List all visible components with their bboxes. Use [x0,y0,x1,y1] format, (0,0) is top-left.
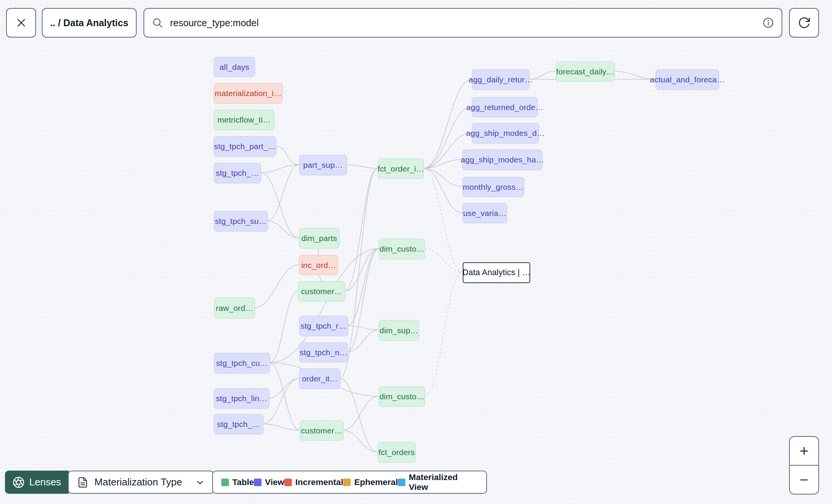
search-icon [152,17,163,28]
graph-edge-dim_custo2-data_analytics [424,272,463,397]
search-bar[interactable] [143,8,782,38]
graph-edge-fct_order_i-data_analytics [423,169,463,272]
refresh-button[interactable] [789,8,819,38]
graph-node-part_sup[interactable]: part_sup… [299,155,347,175]
graph-node-order_it[interactable]: order_it… [299,369,340,389]
legend-label: View [265,477,284,487]
graph-edge-customer2-fct_orders [343,430,378,452]
lenses-button[interactable]: Lenses [5,471,69,494]
graph-edge-forecast-actual [614,71,656,80]
legend-swatch [221,479,229,486]
graph-edge-inc_ord-customer1 [318,274,321,281]
legend-item-view: View [254,477,284,487]
graph-node-dim_parts[interactable]: dim_parts [299,228,339,249]
graph-node-stg_5[interactable]: stg_tpch_… [214,163,261,183]
lineage-canvas[interactable]: all_daysmaterialization_i…metricflow_ti…… [0,0,832,504]
zoom-control: + − [789,436,819,495]
legend-swatch [284,479,292,486]
info-icon[interactable] [763,17,774,28]
document-icon [77,477,88,488]
breadcrumb-label: .. / Data Analytics [50,17,128,28]
graph-node-forecast[interactable]: forecast_daily… [556,61,615,82]
legend-label: Materialized View [409,472,478,492]
graph-edge-fct_order_i-monthly_gross [423,169,462,187]
lens-selector-label: Materialization Type [95,476,182,488]
materialization-legend: TableViewIncrementalEphemeralMaterialize… [212,471,487,494]
legend-label: Incremental [295,477,343,487]
chevron-down-icon [195,477,205,487]
graph-node-use_varia[interactable]: use_varia… [462,203,507,223]
graph-edge-agg_daily-forecast [529,71,556,80]
aperture-icon [13,476,25,488]
graph-node-stg_2[interactable]: stg_tpch_… [214,414,263,435]
graph-edge-stg_r-dim_sup [347,326,379,330]
graph-edge-raw_ord-inc_ord [254,265,299,308]
graph-edge-stg_cu-customer2 [269,363,300,430]
close-icon [15,17,27,29]
graph-edge-customer2-dim_custo2 [343,396,379,430]
legend-item-materialized-view: Materialized View [398,472,478,492]
graph-edge-fct_order_i-use_varia [423,169,462,213]
graph-node-stg_lin[interactable]: stg_tpch_lin… [214,388,269,409]
graph-edge-customer1-fct_order_i [345,169,378,291]
breadcrumb[interactable]: .. / Data Analytics [42,8,137,38]
lens-controls: Lenses Materialization Type [5,471,214,494]
graph-node-stg_n[interactable]: stg_tpch_n… [299,342,348,362]
graph-node-agg_ship_d[interactable]: agg_ship_modes_d… [472,123,539,143]
graph-node-stg_cu[interactable]: stg_tpch_cu… [214,353,270,373]
graph-node-dim_custo2[interactable]: dim_custo… [379,386,425,407]
lenses-label: Lenses [29,476,61,488]
graph-node-dim_sup[interactable]: dim_sup… [379,320,419,341]
graph-edge-stg_su-part_sup [267,165,299,221]
graph-node-fct_orders[interactable]: fct_orders [378,442,416,463]
graph-node-stg_r[interactable]: stg_tpch_r… [299,316,348,336]
graph-edge-part_sup-fct_order_i [346,165,378,169]
graph-node-dim_custo1[interactable]: dim_custo… [379,239,425,259]
graph-node-stg_su[interactable]: stg_tpch_su… [214,211,268,232]
refresh-icon [798,16,811,29]
graph-node-metricflow[interactable]: metricflow_ti… [214,110,274,130]
graph-edge-stg_n-dim_custo1 [347,249,379,352]
close-button[interactable] [6,8,36,38]
graph-edge-order_it-fct_orders [340,378,378,452]
graph-edge-stg_part-part_sup [276,146,299,165]
graph-node-agg_ship_ha[interactable]: agg_ship_modes_ha… [462,150,542,170]
graph-node-customer2[interactable]: customer… [300,421,344,441]
search-input[interactable] [169,17,763,29]
graph-node-agg_returned[interactable]: agg_returned_orde… [472,97,538,117]
graph-node-customer1[interactable]: customer… [298,281,345,302]
legend-swatch [398,479,405,486]
legend-swatch [254,479,262,486]
graph-edge-dim_custo1-data_analytics [424,249,463,272]
graph-edge-customer1-dim_custo1 [345,249,379,291]
graph-node-data_analytics[interactable]: Data Analytics | … [463,262,530,283]
graph-node-mat_i[interactable]: materialization_i… [214,83,283,104]
graph-node-stg_part[interactable]: stg_tpch_part_… [214,136,276,157]
legend-item-table: Table [221,477,254,487]
graph-node-raw_ord[interactable]: raw_ord… [214,298,255,318]
graph-node-inc_ord[interactable]: inc_ord… [299,255,338,275]
graph-node-actual[interactable]: actual_and_foreca… [656,69,719,90]
legend-label: Ephemeral [354,477,398,487]
zoom-in-button[interactable]: + [790,437,818,466]
legend-item-ephemeral: Ephemeral [343,477,398,487]
graph-node-fct_order_i[interactable]: fct_order_i… [378,159,424,179]
top-toolbar: .. / Data Analytics [6,8,819,38]
graph-node-monthly_gross[interactable]: monthly_gross… [462,177,524,197]
graph-edge-stg_2-customer2 [263,424,300,430]
graph-edge-dim_parts-inc_ord [318,248,319,255]
graph-node-agg_daily[interactable]: agg_daily_retur… [472,69,529,90]
graph-edge-stg_su-dim_parts [267,221,299,238]
legend-swatch [343,479,351,486]
graph-edge-stg_5-part_sup [260,165,299,173]
lens-selector-dropdown[interactable]: Materialization Type [68,471,214,494]
graph-node-all_days[interactable]: all_days [214,57,255,77]
zoom-out-button[interactable]: − [790,466,818,494]
legend-label: Table [232,477,254,487]
legend-item-incremental: Incremental [284,477,343,487]
